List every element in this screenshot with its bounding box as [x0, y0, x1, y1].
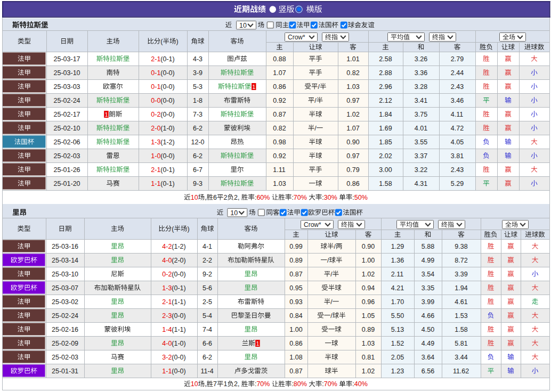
svg-text:1.58: 1.58 — [379, 180, 392, 187]
svg-text:1.84: 1.84 — [379, 111, 392, 118]
svg-text:25-02-16: 25-02-16 — [52, 326, 78, 333]
svg-text:4.11: 4.11 — [451, 111, 463, 118]
svg-text:25-02-06: 25-02-06 — [54, 138, 80, 146]
svg-text:0.99: 0.99 — [289, 243, 302, 250]
svg-text:4-1: 4-1 — [202, 243, 212, 250]
svg-text:0.94: 0.94 — [362, 284, 375, 292]
svg-text:25-03-10: 25-03-10 — [54, 69, 80, 77]
svg-text:4.05: 4.05 — [451, 138, 464, 146]
svg-text:2.43: 2.43 — [451, 166, 464, 174]
svg-text:2,: 2, — [234, 194, 239, 201]
svg-text:3-9: 3-9 — [193, 69, 202, 77]
svg-text:1: 1 — [256, 340, 259, 347]
svg-text:0.95: 0.95 — [289, 284, 302, 292]
svg-text:4.61: 4.61 — [455, 298, 467, 306]
svg-text:5-4: 5-4 — [202, 312, 212, 320]
svg-text:4.72: 4.72 — [451, 125, 464, 132]
svg-text:3.35: 3.35 — [422, 284, 434, 292]
svg-text:1.69: 1.69 — [379, 125, 392, 132]
svg-text:2.43: 2.43 — [451, 83, 464, 91]
svg-text:4.01: 4.01 — [415, 125, 427, 132]
svg-text:11.62: 11.62 — [453, 368, 469, 375]
svg-text:2-2: 2-2 — [202, 257, 212, 264]
svg-text:6-2: 6-2 — [202, 354, 212, 361]
svg-text:1-0: 1-0 — [151, 152, 160, 160]
svg-text:30%: 30% — [324, 194, 337, 201]
svg-text:25-02-24: 25-02-24 — [52, 312, 78, 320]
svg-text:4.66: 4.66 — [422, 312, 434, 320]
svg-text:10: 10 — [191, 380, 198, 388]
svg-text:0.82: 0.82 — [346, 69, 359, 77]
svg-text:1.03: 1.03 — [362, 340, 375, 347]
svg-text:2-1: 2-1 — [151, 166, 160, 174]
svg-text:1-4: 1-4 — [162, 326, 172, 333]
svg-text:1: 1 — [224, 380, 228, 388]
svg-text:40%: 40% — [354, 380, 368, 388]
svg-text:2.79: 2.79 — [451, 55, 464, 63]
svg-text:5.81: 5.81 — [455, 340, 467, 347]
svg-text:/: / — [327, 257, 329, 264]
svg-text:5.13: 5.13 — [391, 326, 404, 333]
svg-text:1.02: 1.02 — [346, 111, 359, 118]
svg-text:1.02: 1.02 — [362, 368, 375, 375]
svg-text:25-03-14: 25-03-14 — [52, 257, 78, 264]
svg-text:2.12: 2.12 — [379, 97, 392, 104]
svg-text:2.05: 2.05 — [391, 354, 404, 361]
svg-text:(2-0): (2-0) — [172, 257, 185, 264]
svg-text:1: 1 — [252, 84, 255, 90]
svg-text:25-01-31: 25-01-31 — [52, 368, 78, 375]
svg-text:6-7: 6-7 — [193, 166, 202, 174]
svg-text:25-01-20: 25-01-20 — [54, 180, 80, 187]
svg-text:1.05: 1.05 — [362, 312, 375, 320]
svg-text:2.44: 2.44 — [451, 69, 464, 77]
svg-text:0.90: 0.90 — [346, 138, 359, 146]
svg-text:): ) — [188, 225, 190, 233]
svg-text:0.96: 0.96 — [362, 298, 375, 306]
svg-text:/: / — [314, 125, 317, 132]
svg-text:0-1: 0-1 — [151, 83, 160, 91]
svg-text:4.49: 4.49 — [422, 340, 434, 347]
svg-text:2.96: 2.96 — [379, 83, 392, 91]
svg-text:6-2: 6-2 — [193, 125, 202, 132]
svg-text:70%: 70% — [256, 380, 270, 388]
svg-text:10: 10 — [230, 209, 238, 217]
svg-text:1.00: 1.00 — [362, 257, 375, 264]
svg-text:4.50: 4.50 — [422, 326, 434, 333]
svg-text:7: 7 — [213, 380, 217, 388]
svg-text:0.87: 0.87 — [289, 271, 302, 278]
svg-text:6-2: 6-2 — [193, 152, 202, 160]
svg-text:(0-1): (0-1) — [160, 166, 174, 174]
svg-text:0.97: 0.97 — [346, 97, 359, 104]
svg-text:25-02-03: 25-02-03 — [52, 354, 78, 361]
svg-text:0-1: 0-1 — [151, 69, 160, 77]
svg-text:2.02: 2.02 — [379, 152, 392, 160]
svg-text:1.08: 1.08 — [289, 354, 302, 361]
svg-text:1.36: 1.36 — [391, 257, 404, 264]
svg-text:1.53: 1.53 — [455, 312, 467, 320]
svg-text:7-3: 7-3 — [193, 111, 202, 118]
svg-text:1.07: 1.07 — [346, 125, 359, 132]
svg-text:3.44: 3.44 — [455, 354, 467, 361]
svg-text:1.03: 1.03 — [346, 83, 359, 91]
svg-text:0.86: 0.86 — [273, 83, 286, 91]
svg-text:25-03-16: 25-03-16 — [52, 243, 78, 250]
svg-text:0-2: 0-2 — [162, 271, 172, 278]
svg-text:(0-0): (0-0) — [172, 271, 185, 278]
svg-text:1-3: 1-3 — [151, 138, 160, 146]
svg-text:3-2: 3-2 — [162, 354, 172, 361]
svg-text:3.00: 3.00 — [379, 166, 392, 174]
svg-text:(1-0): (1-0) — [160, 125, 174, 132]
svg-text:2.11: 2.11 — [391, 271, 403, 278]
svg-text:3.81: 3.81 — [451, 152, 464, 160]
svg-text:3.37: 3.37 — [415, 152, 427, 160]
svg-text:11-4: 11-4 — [201, 368, 214, 375]
svg-text:0.84: 0.84 — [289, 312, 302, 320]
svg-text:1-1: 1-1 — [151, 180, 160, 187]
svg-text:1-3: 1-3 — [162, 284, 172, 292]
svg-text:10: 10 — [191, 194, 198, 201]
svg-text:3.55: 3.55 — [415, 138, 427, 146]
svg-text:25-01-26: 25-01-26 — [54, 166, 80, 174]
svg-text:(0-0): (0-0) — [172, 312, 185, 320]
svg-text:4-2: 4-2 — [162, 243, 172, 250]
svg-text:25-03-10: 25-03-10 — [52, 271, 78, 278]
